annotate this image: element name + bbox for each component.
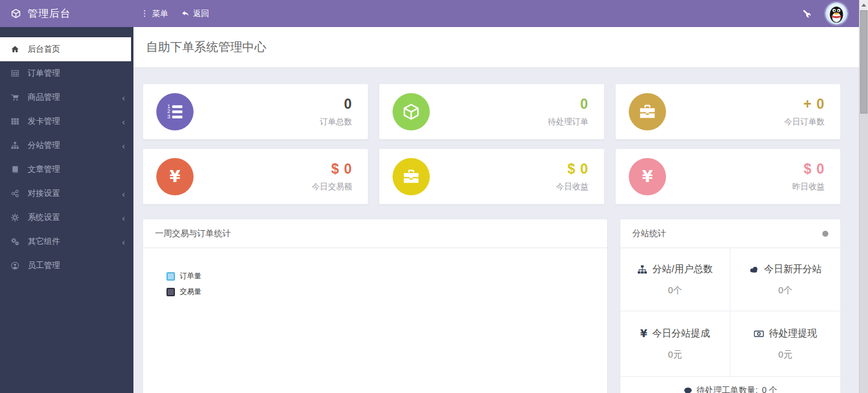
menu-button[interactable]: 菜单 xyxy=(141,8,168,19)
substation-cell: 分站/用户总数 0个 xyxy=(620,248,730,311)
legend-item[interactable]: 交易量 xyxy=(167,287,201,297)
substation-cell-header: 今日新开分站 xyxy=(749,263,822,276)
chevron-left-icon xyxy=(122,230,125,254)
stat-card-icon-circle xyxy=(393,93,430,130)
sidebar-item[interactable]: 对接设置 xyxy=(0,181,133,206)
scroll-up-button[interactable] xyxy=(860,0,868,10)
sidebar-item-label: 后台首页 xyxy=(28,44,60,55)
brand-title: 管理后台 xyxy=(28,7,71,20)
stat-card-text: $ 0 今日交易额 xyxy=(312,161,353,192)
sidebar-item-icon xyxy=(10,261,20,270)
legend-swatch xyxy=(167,272,175,281)
sidebar-item-label: 分站管理 xyxy=(28,140,60,151)
sidebar-item[interactable]: 其它组件 xyxy=(0,230,133,254)
sidebar-item-icon xyxy=(10,69,20,78)
substation-cell-label: 今日分站提成 xyxy=(652,328,710,340)
chevron-left-icon xyxy=(122,206,125,230)
panel-dot-icon[interactable] xyxy=(822,231,828,237)
substation-cell-header: 分站/用户总数 xyxy=(637,263,712,276)
substation-cell-value: 0元 xyxy=(668,349,682,361)
stat-card-icon: ¥ xyxy=(170,169,180,184)
reply-icon xyxy=(182,10,189,17)
svg-text:3: 3 xyxy=(167,114,170,120)
substation-cell-icon xyxy=(637,264,647,275)
wrench-icon[interactable] xyxy=(802,9,811,18)
sidebar-item[interactable]: 员工管理 xyxy=(0,254,133,278)
sidebar-item-icon xyxy=(10,117,20,126)
sidebar-item-icon xyxy=(10,165,20,174)
stat-card-value: $ 0 xyxy=(792,161,825,177)
substation-footer: 待处理工单数量: 0 个 xyxy=(620,376,840,393)
sidebar-item-icon xyxy=(10,93,20,102)
substation-cell-header: ¥ 今日分站提成 xyxy=(640,328,710,340)
scrollbar-thumb[interactable] xyxy=(860,10,867,114)
stat-card-label: 订单总数 xyxy=(320,117,352,127)
stat-card-icon: ¥ xyxy=(642,169,653,184)
qq-penguin-icon xyxy=(825,2,848,25)
scroll-up-arrow-icon xyxy=(861,4,866,7)
stat-card-text: $ 0 昨日收益 xyxy=(792,161,825,192)
sidebar-item-label: 订单管理 xyxy=(28,68,60,79)
substation-cell-value: 0个 xyxy=(778,285,792,296)
sidebar-item-label: 对接设置 xyxy=(28,188,60,199)
substation-cell: ¥ 今日分站提成 0元 xyxy=(620,311,730,376)
substation-cell-label: 待处理提现 xyxy=(769,328,817,340)
chart-panel-header: 一周交易与订单统计 xyxy=(143,219,607,248)
menu-icon xyxy=(141,10,148,17)
stat-card-value: + 0 xyxy=(784,96,825,112)
legend-swatch xyxy=(167,288,175,296)
substation-cell-icon: ¥ xyxy=(640,329,647,339)
sidebar-item[interactable]: 商品管理 xyxy=(0,85,133,109)
stat-card-text: $ 0 今日收益 xyxy=(556,161,588,192)
weekly-chart-panel: 一周交易与订单统计 订单量 交易量 xyxy=(143,219,607,393)
chevron-left-icon xyxy=(122,85,125,109)
substation-cell: 今日新开分站 0个 xyxy=(730,248,840,311)
stat-card-value: $ 0 xyxy=(312,161,353,177)
sidebar-item[interactable]: 文章管理 xyxy=(0,157,133,181)
substation-footer-value: 0 个 xyxy=(762,385,778,393)
brand-cube-icon xyxy=(11,8,21,19)
substation-cell-value: 0个 xyxy=(668,285,682,296)
sidebar-item[interactable]: 后台首页 xyxy=(0,37,131,61)
substation-cell: 待处理提现 0元 xyxy=(730,311,840,376)
page-title: 自助下单系统管理中心 xyxy=(146,39,266,55)
topbar: 管理后台 菜单 返回 xyxy=(0,0,859,27)
stat-card-label: 待处理订单 xyxy=(548,117,589,127)
substation-grid: 分站/用户总数 0个 今日新开分站 0个 xyxy=(620,248,840,376)
menu-label: 菜单 xyxy=(152,8,168,19)
stat-card-label: 今日交易额 xyxy=(312,181,353,192)
brand[interactable]: 管理后台 xyxy=(0,7,133,20)
legend-item[interactable]: 订单量 xyxy=(167,271,201,281)
back-label: 返回 xyxy=(193,8,209,19)
sidebar-item[interactable]: 系统设置 xyxy=(0,206,133,230)
back-button[interactable]: 返回 xyxy=(182,8,209,19)
sidebar-item[interactable]: 发卡管理 xyxy=(0,109,133,133)
substation-cell-value: 0元 xyxy=(778,349,792,361)
scrollbar[interactable] xyxy=(859,0,868,393)
stat-card: + 0 今日订单数 xyxy=(616,84,840,139)
stat-card-icon xyxy=(402,168,420,186)
stat-card-icon xyxy=(638,103,656,121)
avatar[interactable] xyxy=(825,2,848,25)
sidebar-item-icon xyxy=(10,189,20,198)
sidebar-item-icon xyxy=(10,141,20,150)
stat-card-label: 今日订单数 xyxy=(784,117,825,127)
main-area: 自助下单系统管理中心 123 0 订单总数 xyxy=(133,27,859,393)
stat-card-icon-circle: 123 xyxy=(156,93,194,130)
sidebar-item[interactable]: 分站管理 xyxy=(0,133,133,157)
substation-panel: 分站统计 分站/用户总数 0个 xyxy=(620,219,840,393)
sidebar-item-label: 文章管理 xyxy=(28,164,60,175)
substation-cell-label: 分站/用户总数 xyxy=(652,263,712,276)
sidebar-item-label: 其它组件 xyxy=(28,236,60,247)
sidebar-item[interactable]: 订单管理 xyxy=(0,61,133,85)
substation-cell-label: 今日新开分站 xyxy=(764,263,822,276)
stat-card-label: 今日收益 xyxy=(556,181,588,192)
sidebar-item-label: 发卡管理 xyxy=(28,116,60,127)
stat-card: 123 0 订单总数 xyxy=(143,84,368,139)
stat-card: ¥ $ 0 今日交易额 xyxy=(143,149,368,204)
substation-footer-label: 待处理工单数量: xyxy=(697,385,758,393)
chart-canvas: 订单量 交易量 xyxy=(143,248,607,393)
stat-card-icon: 123 xyxy=(166,103,184,121)
chart-panel-title: 一周交易与订单统计 xyxy=(155,228,231,239)
topbar-right xyxy=(802,2,859,25)
